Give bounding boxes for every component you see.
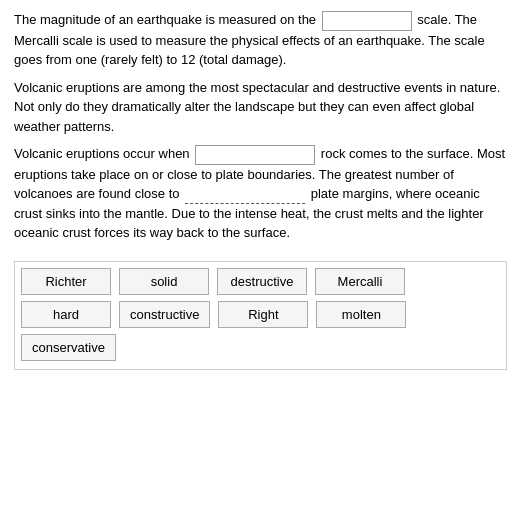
word-tile-conservative[interactable]: conservative: [21, 334, 116, 361]
word-tile-richter[interactable]: Richter: [21, 268, 111, 295]
word-bank-row-2: hard constructive Right molten: [17, 299, 504, 330]
word-tile-hard[interactable]: hard: [21, 301, 111, 328]
word-tile-solid[interactable]: solid: [119, 268, 209, 295]
blank-richter-scale[interactable]: [322, 11, 412, 31]
word-tile-molten[interactable]: molten: [316, 301, 406, 328]
paragraph-1: The magnitude of an earthquake is measur…: [14, 10, 507, 70]
p3-line1-before: Volcanic eruptions occur when: [14, 146, 190, 161]
blank-constructive[interactable]: [185, 186, 305, 204]
word-bank-row-3: conservative: [17, 332, 504, 363]
word-bank: Richter solid destructive Mercalli hard …: [14, 261, 507, 370]
word-tile-mercalli[interactable]: Mercalli: [315, 268, 405, 295]
word-tile-right[interactable]: Right: [218, 301, 308, 328]
blank-molten[interactable]: [195, 145, 315, 165]
word-bank-row-1: Richter solid destructive Mercalli: [17, 266, 504, 297]
paragraph-2: Volcanic eruptions are among the most sp…: [14, 78, 507, 137]
paragraph-3: Volcanic eruptions occur when rock comes…: [14, 144, 507, 243]
word-tile-destructive[interactable]: destructive: [217, 268, 307, 295]
word-tile-constructive[interactable]: constructive: [119, 301, 210, 328]
p1-text-before: The magnitude of an earthquake is measur…: [14, 12, 316, 27]
p2-text: Volcanic eruptions are among the most sp…: [14, 80, 500, 134]
